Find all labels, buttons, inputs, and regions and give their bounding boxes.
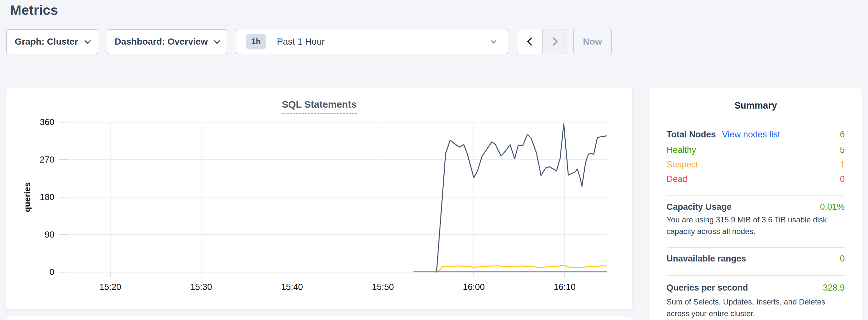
time-forward-button[interactable] <box>542 29 567 54</box>
healthy-nodes-row: Healthy 5 <box>666 145 845 155</box>
chevron-right-icon <box>549 37 558 46</box>
time-range-badge: 1h <box>246 34 266 50</box>
y-tick-label: 270 <box>40 155 54 164</box>
dead-value: 0 <box>840 174 845 184</box>
time-range-label: Past 1 Hour <box>277 36 492 47</box>
time-back-button[interactable] <box>518 29 542 54</box>
dead-nodes-row: Dead 0 <box>666 174 845 184</box>
suspect-nodes-row: Suspect 1 <box>666 159 845 170</box>
suspect-label: Suspect <box>666 159 698 170</box>
unavailable-ranges-label: Unavailable ranges <box>666 253 746 264</box>
y-tick-label: 180 <box>40 192 54 202</box>
dashboard-dropdown-label: Dashboard: Overview <box>115 36 208 47</box>
time-pager <box>517 29 567 54</box>
total-nodes-value: 6 <box>840 129 845 140</box>
next-chart-card <box>6 316 632 320</box>
divider <box>666 275 845 276</box>
page-title: Metrics <box>10 3 58 18</box>
x-tick-label: 16:00 <box>463 282 485 292</box>
now-button[interactable]: Now <box>573 29 612 54</box>
x-tick-label: 15:50 <box>372 282 394 292</box>
graph-dropdown[interactable]: Graph: Cluster <box>6 29 98 54</box>
divider <box>666 247 845 248</box>
total-nodes-label: Total Nodes <box>666 129 716 140</box>
series-statements-yellow <box>437 265 607 272</box>
healthy-label: Healthy <box>666 145 696 155</box>
summary-title: Summary <box>649 100 862 111</box>
queries-per-second-label: Queries per second <box>666 283 748 293</box>
y-tick-label: 0 <box>50 267 54 277</box>
time-range-picker[interactable]: 1h Past 1 Hour <box>236 29 508 54</box>
chevron-down-icon <box>84 37 91 44</box>
series-statements-navy <box>437 124 607 272</box>
x-tick-label: 15:30 <box>190 282 212 292</box>
capacity-usage-row: Capacity Usage 0.01% <box>666 202 845 212</box>
sql-statements-card: SQL Statements 09018027036015:2015:3015:… <box>6 88 632 309</box>
unavailable-ranges-row: Unavailable ranges 0 <box>666 253 845 264</box>
suspect-value: 1 <box>840 159 845 170</box>
total-nodes-row: Total Nodes View nodes list 6 <box>666 129 845 140</box>
y-tick-label: 90 <box>44 230 54 239</box>
capacity-usage-label: Capacity Usage <box>666 202 732 212</box>
chevron-down-icon <box>491 38 496 43</box>
sql-statements-chart: 09018027036015:2015:3015:4015:5016:0016:… <box>6 88 632 309</box>
capacity-usage-value: 0.01% <box>820 202 845 212</box>
x-tick-label: 15:20 <box>99 282 121 292</box>
chevron-down-icon <box>214 37 221 44</box>
divider <box>666 195 845 196</box>
view-nodes-list-link[interactable]: View nodes list <box>722 129 780 140</box>
y-tick-label: 360 <box>40 117 54 127</box>
queries-per-second-value: 328.9 <box>823 283 845 293</box>
unavailable-ranges-value: 0 <box>840 253 845 264</box>
dashboard-dropdown[interactable]: Dashboard: Overview <box>107 29 227 54</box>
summary-card: Summary Total Nodes View nodes list 6 He… <box>649 88 862 320</box>
capacity-usage-description: You are using 315.9 MiB of 3.6 TiB usabl… <box>666 214 846 237</box>
queries-per-second-row: Queries per second 328.9 <box>666 283 845 293</box>
y-axis-label: queries <box>22 182 32 212</box>
x-tick-label: 15:40 <box>281 282 303 292</box>
dead-label: Dead <box>666 174 687 184</box>
x-tick-label: 16:10 <box>554 282 576 292</box>
queries-per-second-description: Sum of Selects, Updates, Inserts, and De… <box>666 296 846 319</box>
healthy-value: 5 <box>840 145 845 155</box>
graph-dropdown-label: Graph: Cluster <box>14 36 78 47</box>
chevron-left-icon <box>527 37 535 46</box>
